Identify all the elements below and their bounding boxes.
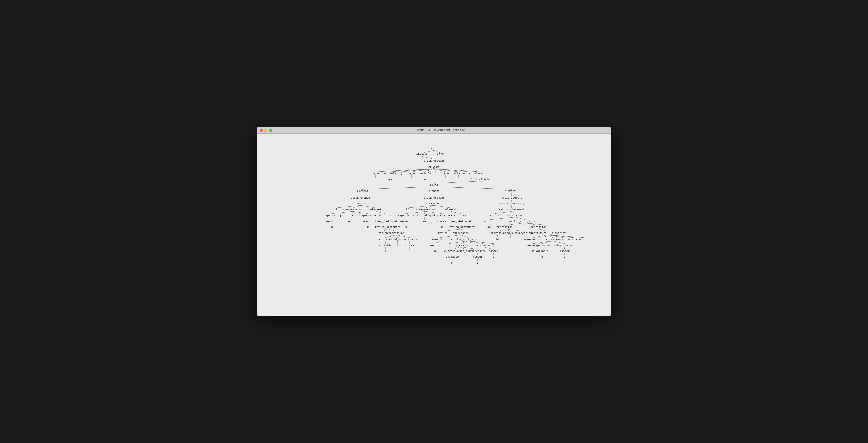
svg-line-37 xyxy=(434,205,451,208)
svg-line-1 xyxy=(434,150,441,153)
svg-line-42 xyxy=(353,211,368,214)
ast-node-variable13: variable xyxy=(536,249,549,253)
ast-node-minus2: - xyxy=(464,255,466,258)
ast-node-expression17: expression xyxy=(545,238,561,241)
ast-node-rparen4: ) xyxy=(493,244,494,247)
ast-node-return_statement3: return_statement xyxy=(449,225,475,228)
ast-node-return1: return xyxy=(490,214,500,217)
ast-node-number1: number xyxy=(363,220,373,223)
ast-node-block_element3: block_element xyxy=(351,196,372,199)
svg-line-44 xyxy=(406,211,426,214)
svg-line-0 xyxy=(422,150,434,153)
svg-line-114 xyxy=(542,241,553,244)
svg-line-90 xyxy=(495,235,498,238)
svg-line-38 xyxy=(495,211,512,214)
svg-line-36 xyxy=(426,205,434,208)
ast-node-m1: m xyxy=(424,178,426,181)
svg-line-78 xyxy=(504,229,510,231)
ast-node-flow_statement3: flow_statement ; xyxy=(449,220,475,223)
svg-line-11 xyxy=(434,168,458,172)
ast-node-zero2: 0 xyxy=(441,225,443,228)
ast-node-flow_statement1: flow_statement ; xyxy=(499,202,525,205)
ast-node-return3: return xyxy=(438,231,447,234)
ast-node-expression6: expression xyxy=(434,214,450,217)
ast-node-block_element2: block_element xyxy=(470,178,491,181)
svg-line-43 xyxy=(376,211,385,214)
ast-node-postfix_call2: postfix_call_subscript xyxy=(530,231,566,234)
svg-line-32 xyxy=(336,205,361,208)
ast-node-number5: number xyxy=(489,249,498,253)
ast-node-ack1: ack xyxy=(388,178,392,181)
ast-node-flow_statement2: flow_statement ; xyxy=(375,220,401,223)
svg-line-88 xyxy=(468,241,483,244)
ast-node-equal_notequal1: equal_notequal xyxy=(338,214,361,217)
svg-line-24 xyxy=(434,187,512,189)
svg-line-12 xyxy=(434,168,469,172)
svg-line-70 xyxy=(525,223,538,225)
ast-node-int2: int xyxy=(409,178,414,181)
ast-node-expression22: expression xyxy=(470,249,486,253)
ast-node-number6: number xyxy=(473,255,483,258)
svg-line-89 xyxy=(468,241,494,244)
ast-node-expression18: expression xyxy=(566,238,582,241)
svg-line-9 xyxy=(434,168,436,172)
ast-node-eof: <EOF> xyxy=(437,153,445,156)
svg-line-21 xyxy=(434,181,480,183)
ast-node-comma4: , xyxy=(472,244,473,247)
svg-line-51 xyxy=(385,217,388,220)
svg-line-4 xyxy=(376,168,434,172)
ast-node-variable4: variable xyxy=(326,220,339,223)
svg-line-92 xyxy=(524,235,526,238)
ast-node-expression2: ( expression xyxy=(416,208,435,211)
svg-line-102 xyxy=(452,247,461,249)
ast-node-if2: if xyxy=(406,208,409,211)
ast-node-lparen: ( xyxy=(401,172,402,175)
ast-node-variable2: variable xyxy=(419,172,432,175)
ast-node-type2: type xyxy=(408,172,415,175)
ast-node-minus3: - xyxy=(552,249,554,253)
ast-node-variable10: variable xyxy=(430,244,442,247)
ast-node-zero1: 0 xyxy=(367,225,369,228)
ast-node-ack3: ack xyxy=(434,249,438,253)
ast-node-element1: element xyxy=(416,153,428,156)
ast-node-m5: m xyxy=(532,249,534,253)
svg-line-10 xyxy=(434,168,446,172)
svg-line-6 xyxy=(401,168,434,172)
svg-line-116 xyxy=(553,241,565,244)
svg-line-98 xyxy=(548,235,584,238)
ast-node-int3: int xyxy=(443,178,448,181)
ast-node-variable8: variable xyxy=(527,238,540,241)
svg-line-71 xyxy=(525,223,548,225)
svg-line-74 xyxy=(396,235,410,238)
minimize-button[interactable] xyxy=(265,129,268,132)
ast-node-rbrace_elem: element } xyxy=(504,189,519,193)
ast-node-variable1: variable xyxy=(383,172,396,175)
ast-node-type1: type xyxy=(373,172,379,175)
ast-node-type3: type xyxy=(442,172,449,175)
ast-node-expression9: expression xyxy=(530,225,547,228)
ast-node-add_sub1: add_sub xyxy=(505,231,516,234)
svg-line-67 xyxy=(461,229,462,231)
ast-node-return_statement1: return_statement xyxy=(499,208,525,211)
ast-node-rparen2: ) xyxy=(548,225,549,228)
ast-node-one2: 1 xyxy=(493,255,494,258)
app-window: Antlr AST - ackermannFunction.txt rootel… xyxy=(257,127,611,316)
svg-line-7 xyxy=(412,168,434,172)
svg-line-96 xyxy=(548,235,563,238)
maximize-button[interactable] xyxy=(269,129,272,132)
svg-line-76 xyxy=(461,235,468,238)
svg-line-86 xyxy=(461,241,468,244)
ast-node-if_statement2: if_statement xyxy=(424,202,443,205)
close-button[interactable] xyxy=(259,129,262,132)
svg-line-2 xyxy=(422,156,434,159)
svg-line-65 xyxy=(388,229,396,231)
ast-node-if1: if xyxy=(334,208,337,211)
svg-line-104 xyxy=(461,247,478,249)
svg-line-8 xyxy=(425,168,434,172)
ast-node-one3: 1 xyxy=(477,261,479,264)
ast-node-expression11: expression xyxy=(453,231,469,234)
ast-node-expression14: expression xyxy=(377,238,394,241)
svg-line-75 xyxy=(440,235,461,238)
ast-node-rparen: ) xyxy=(469,172,470,175)
svg-line-13 xyxy=(434,168,480,172)
